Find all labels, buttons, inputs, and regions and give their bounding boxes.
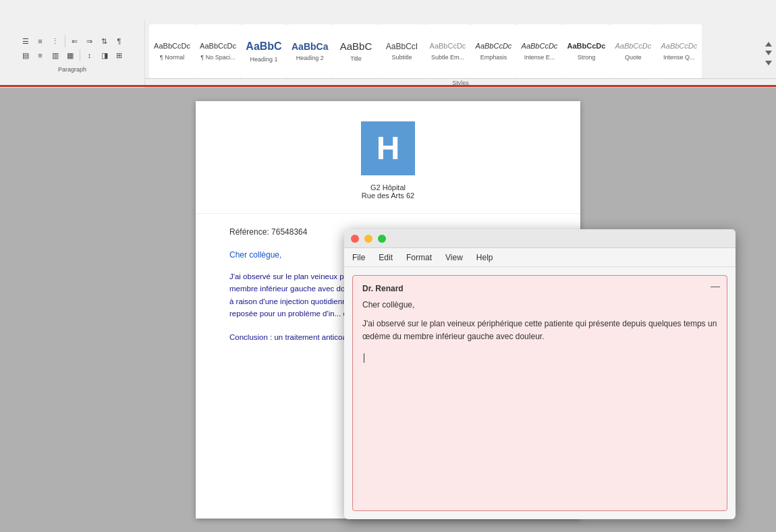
email-from: Dr. Renard xyxy=(362,284,717,293)
email-menu-view[interactable]: View xyxy=(445,253,463,262)
toolbar: ☰ ≡ ⋮ ⇐ ⇒ ⇅ ¶ ▤ ≡ ▥ ▦ ↕ ◨ ⊞ Paragraph Aa… xyxy=(0,0,776,88)
multilevel-list-icon[interactable]: ⋮ xyxy=(49,35,62,47)
email-menu-help[interactable]: Help xyxy=(476,253,493,262)
email-salutation: Cher collègue, xyxy=(362,300,717,309)
style-emphasis-label: Emphasis xyxy=(480,54,507,61)
style-heading2[interactable]: AaBbCa Heading 2 xyxy=(287,24,333,78)
style-intense-q[interactable]: AaBbCcDc Intense Q... xyxy=(656,24,702,78)
style-normal-preview: AaBbCcDc xyxy=(154,42,190,51)
style-strong-preview: AaBbCcDc xyxy=(567,42,605,51)
styles-expand[interactable] xyxy=(765,61,772,65)
email-body-area: — Dr. Renard Cher collègue, J'ai observé… xyxy=(344,267,736,519)
toolbar-divider2 xyxy=(80,49,80,61)
document-header: H G2 Hôpital Rue des Arts 62 xyxy=(196,101,580,214)
hospital-name: G2 Hôpital xyxy=(370,183,406,191)
email-menubar: File Edit Format View Help xyxy=(344,248,736,267)
style-normal-label: ¶ Normal xyxy=(160,54,184,61)
window-minimize-btn[interactable] xyxy=(364,235,372,243)
sort-icon[interactable]: ⇅ xyxy=(98,35,111,47)
line-spacing-icon[interactable]: ↕ xyxy=(83,49,96,61)
style-normal[interactable]: AaBbCcDc ¶ Normal xyxy=(149,24,195,78)
style-heading2-label: Heading 2 xyxy=(296,55,324,61)
style-intense-q-preview: AaBbCcDc xyxy=(661,42,697,51)
email-cursor xyxy=(364,353,364,363)
email-content: J'ai observé sur le plan veineux périphé… xyxy=(362,318,717,343)
style-heading1-preview: AaBbC xyxy=(246,40,281,53)
style-heading1[interactable]: AaBbC Heading 1 xyxy=(241,24,287,78)
window-close-btn[interactable] xyxy=(351,235,359,243)
style-intense-em[interactable]: AaBbCcDc Intense E... xyxy=(516,24,562,78)
style-intense-em-label: Intense E... xyxy=(524,54,555,61)
hospital-logo-letter: H xyxy=(377,132,400,165)
style-heading2-preview: AaBbCa xyxy=(292,41,328,53)
email-cursor-area xyxy=(362,351,717,363)
style-heading1-label: Heading 1 xyxy=(250,56,277,63)
style-strong-label: Strong xyxy=(578,54,596,61)
style-items-row: AaBbCcDc ¶ Normal AaBbCcDc ¶ No Spaci...… xyxy=(145,20,776,78)
style-subtitle-preview: AaBbCcI xyxy=(386,42,418,51)
style-subtitle-label: Subtitle xyxy=(391,54,412,61)
style-intense-q-label: Intense Q... xyxy=(663,54,695,61)
email-titlebar xyxy=(344,229,736,248)
increase-indent-icon[interactable]: ⇒ xyxy=(83,35,96,47)
toolbar-divider1 xyxy=(65,35,65,47)
style-no-spacing-label: ¶ No Spaci... xyxy=(200,54,235,61)
style-subtle-em-preview: AaBbCcDc xyxy=(430,42,466,51)
decrease-indent-icon[interactable]: ⇐ xyxy=(68,35,82,47)
style-emphasis-preview: AaBbCcDc xyxy=(476,42,512,51)
email-menu-format[interactable]: Format xyxy=(406,253,432,262)
style-emphasis[interactable]: AaBbCcDc Emphasis xyxy=(470,24,516,78)
style-quote-label: Quote xyxy=(625,54,642,61)
paragraph-panel: ☰ ≡ ⋮ ⇐ ⇒ ⇅ ¶ ▤ ≡ ▥ ▦ ↕ ◨ ⊞ Paragraph xyxy=(0,20,145,88)
style-title-preview: AaBbC xyxy=(340,40,372,53)
align-right-icon[interactable]: ▥ xyxy=(49,49,62,61)
borders-icon[interactable]: ⊞ xyxy=(113,49,126,61)
style-intense-em-preview: AaBbCcDc xyxy=(522,42,558,51)
toolbar-accent-bar xyxy=(0,85,776,87)
styles-scroll-down[interactable] xyxy=(765,51,772,55)
style-strong[interactable]: AaBbCcDc Strong xyxy=(562,24,610,78)
style-subtle-em[interactable]: AaBbCcDc Subtle Em... xyxy=(424,24,470,78)
email-popup: File Edit Format View Help — Dr. Renard … xyxy=(344,229,736,519)
justify-icon[interactable]: ▦ xyxy=(63,49,77,61)
email-menu-file[interactable]: File xyxy=(352,253,365,262)
paragraph-icons-row1: ☰ ≡ ⋮ ⇐ ⇒ ⇅ ¶ xyxy=(19,35,126,47)
style-no-spacing-preview: AaBbCcDc xyxy=(200,42,236,51)
style-title-label: Title xyxy=(350,55,362,62)
align-left-icon[interactable]: ▤ xyxy=(19,49,32,61)
align-center-icon[interactable]: ≡ xyxy=(34,49,47,61)
style-quote-preview: AaBbCcDc xyxy=(615,42,651,51)
show-paragraph-icon[interactable]: ¶ xyxy=(113,35,126,47)
shading-icon[interactable]: ◨ xyxy=(98,49,111,61)
numbered-list-icon[interactable]: ≡ xyxy=(34,35,47,47)
email-card: — Dr. Renard Cher collègue, J'ai observé… xyxy=(352,275,727,511)
email-menu-edit[interactable]: Edit xyxy=(379,253,393,262)
paragraph-icons-row2: ▤ ≡ ▥ ▦ ↕ ◨ ⊞ xyxy=(19,49,126,61)
window-maximize-btn[interactable] xyxy=(378,235,386,243)
style-no-spacing[interactable]: AaBbCcDc ¶ No Spaci... xyxy=(195,24,241,78)
styles-scroll-up[interactable] xyxy=(765,42,772,47)
style-subtitle[interactable]: AaBbCcI Subtitle xyxy=(379,24,424,78)
styles-scroll-arrows xyxy=(763,20,775,86)
style-title[interactable]: AaBbC Title xyxy=(333,24,379,78)
style-subtle-em-label: Subtle Em... xyxy=(431,54,464,61)
styles-ribbon: AaBbCcDc ¶ Normal AaBbCcDc ¶ No Spaci...… xyxy=(145,20,776,88)
hospital-logo: H xyxy=(361,121,415,175)
hospital-address: Rue des Arts 62 xyxy=(362,191,414,200)
style-quote[interactable]: AaBbCcDc Quote xyxy=(610,24,656,78)
paragraph-label: Paragraph xyxy=(58,66,86,73)
email-minimize-icon[interactable]: — xyxy=(711,281,720,291)
bullets-icon[interactable]: ☰ xyxy=(19,35,32,47)
